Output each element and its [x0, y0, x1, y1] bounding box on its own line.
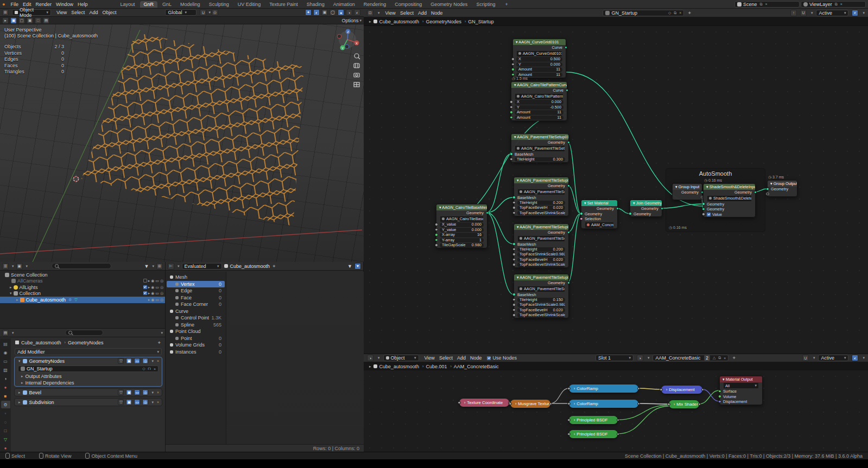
value-slider[interactable]: Y-0.500	[515, 105, 563, 110]
snapping-magnet-icon[interactable]: U	[802, 355, 809, 361]
socket-in[interactable]	[512, 242, 516, 246]
options-icon[interactable]: ▾	[161, 331, 163, 335]
menu-help[interactable]: Help	[75, 2, 90, 7]
socket-in[interactable]	[510, 158, 513, 161]
menu-view[interactable]: View	[383, 10, 398, 16]
expand-icon[interactable]: ›	[666, 388, 667, 392]
group-selector[interactable]: AAGN_PavementTileSetup03	[514, 235, 568, 242]
value-slider[interactable]: Amount11	[515, 110, 563, 115]
socket-out[interactable]	[617, 433, 620, 436]
shading-solid-icon[interactable]: ●	[338, 9, 344, 16]
orientation-dropdown[interactable]: Global▾	[165, 9, 197, 16]
group-select-field[interactable]: AAGN_CurveGrid0101	[516, 50, 562, 57]
shield-icon[interactable]: ◇	[668, 11, 671, 15]
use-nodes-checkbox[interactable]: Use Nodes	[487, 355, 517, 361]
group-select-field[interactable]: AAGN_PavementTileSetup03	[517, 235, 565, 242]
menu-node[interactable]: Node	[468, 355, 484, 361]
socket-in[interactable]	[510, 111, 513, 114]
expand-icon[interactable]: ›	[574, 387, 575, 390]
socket-in[interactable]	[580, 217, 583, 221]
checkbox-icon[interactable]	[143, 291, 147, 295]
editmode-toggle-icon[interactable]: ▣	[126, 399, 132, 405]
group-select-field[interactable]: AAGN_PavementTileSetup01	[515, 145, 565, 152]
properties-tab-output[interactable]: ▭	[1, 357, 10, 365]
socket-out[interactable]	[567, 184, 571, 188]
socket-out[interactable]	[701, 388, 705, 392]
node-musgrave-texture[interactable]: ›Musgrave Texture	[510, 400, 550, 408]
socket-in[interactable]	[435, 239, 438, 242]
display-mode-icon[interactable]: ▣	[16, 263, 23, 270]
close-icon[interactable]: ×	[157, 359, 159, 363]
socket-out[interactable]	[637, 402, 641, 406]
shield-icon[interactable]: ◇	[142, 367, 145, 371]
menu-add[interactable]: Add	[87, 10, 100, 15]
node-header[interactable]: ▾ Group Input	[673, 184, 702, 190]
menu-select[interactable]: Select	[437, 355, 455, 361]
tab-animation[interactable]: Animation	[330, 1, 359, 8]
value-slider[interactable]: Amount11	[515, 116, 563, 120]
overlay-toggle-icon[interactable]: ◐	[313, 9, 320, 16]
socket-in[interactable]	[512, 309, 516, 312]
cursor-icon[interactable]: ▸	[148, 285, 150, 290]
menu-view[interactable]: View	[422, 355, 437, 361]
select-invert-icon[interactable]: ▤	[43, 17, 49, 24]
socket-in[interactable]	[667, 403, 670, 406]
socket-out[interactable]	[565, 46, 568, 49]
shading-material-icon[interactable]: ◑	[346, 9, 352, 16]
socket-in[interactable]	[435, 243, 438, 247]
extras-dropdown-icon[interactable]: ▾	[151, 390, 154, 395]
socket-in[interactable]	[512, 253, 516, 256]
node-principled-bsdf-2[interactable]: ›Principled BSDF	[569, 430, 618, 438]
socket-in[interactable]	[567, 387, 571, 390]
menu-add[interactable]: Add	[416, 10, 429, 16]
socket-out[interactable]	[567, 281, 571, 285]
properties-search[interactable]	[65, 330, 103, 336]
properties-tab-physics[interactable]: ◌	[1, 418, 10, 426]
funnel-toggle-icon[interactable]: ▽	[118, 358, 124, 364]
render-toggle-icon[interactable]: ◎	[142, 399, 148, 405]
pin-icon[interactable]: ✦	[732, 355, 736, 361]
node-header[interactable]: ▾ AAGN_PavementTileSetup02	[514, 177, 568, 183]
filter-toggle-icon[interactable]: ▼	[354, 263, 361, 270]
value-slider[interactable]: X-array16	[440, 233, 484, 238]
group-selector[interactable]: AAGN_CurveGrid0101	[513, 50, 566, 57]
domain-mesh[interactable]: Mesh	[167, 274, 225, 281]
socket-out[interactable]	[567, 141, 571, 144]
row-toggles[interactable]: ▸◉▭◎	[143, 279, 165, 283]
expand-icon[interactable]: ›	[515, 402, 516, 406]
expand-icon[interactable]: ›	[574, 432, 575, 436]
expand-icon[interactable]: ›	[574, 402, 575, 406]
camera-icon[interactable]: ◎	[160, 279, 163, 283]
copy-icon[interactable]: ⧉	[760, 2, 763, 7]
socket-in[interactable]	[567, 402, 571, 406]
node-aagn-cairotilepatterncurve[interactable]: ◷ 1.5 ms▾ AAGN_CairoTilePatternCurveCurv…	[511, 81, 567, 121]
node-aagn-pavementtilesetup03[interactable]: ▾ AAGN_PavementTileSetup03GeometryAAGN_P…	[514, 223, 569, 268]
socket-in[interactable]	[512, 293, 516, 296]
node-aagn-cairotilebasemesh[interactable]: ▾ AAGN_CairoTileBaseMeshGeometryAAGN_Cai…	[436, 204, 487, 248]
node-texture-coordinate[interactable]: ›Texture Coordinate	[459, 399, 509, 407]
group-selector[interactable]: AAGN_PavementTileSetup02	[514, 189, 568, 195]
tab-scripting[interactable]: Scripting	[472, 1, 499, 8]
modifier-header[interactable]: ▸Bevel▽▣▭◎▾×	[15, 389, 162, 396]
close-icon[interactable]: ×	[724, 356, 726, 360]
editor-type-icon[interactable]: ⊡	[367, 10, 373, 16]
copy-icon[interactable]: ⮉	[148, 367, 151, 371]
properties-tab-modifiers[interactable]: ⚙	[1, 401, 10, 408]
extras-dropdown-icon[interactable]: ▾	[151, 359, 154, 363]
slot-dropdown[interactable]: Slot 1▾	[595, 355, 633, 361]
socket-in[interactable]	[567, 419, 571, 422]
properties-tab-constraints[interactable]: □	[1, 427, 10, 434]
outliner-row-cube-autosmooth[interactable]: ▸Cube_autosmooth⚙▽▸◉▭◎	[0, 297, 165, 303]
value-slider[interactable]: TopFaceShrinkScale0.980	[517, 303, 565, 307]
menu-view[interactable]: View	[54, 10, 69, 15]
modifier-header[interactable]: ▾GeometryNodes▽▣▭◎▾×	[15, 357, 162, 364]
breadcrumb-item[interactable]: AAM_ConcreteBasic	[454, 364, 499, 369]
value-slider[interactable]: X_value0.000	[440, 222, 484, 227]
node-header[interactable]: ▾ AAGN_PavementTileSetup04	[514, 274, 568, 280]
group-select-field[interactable]: AAGN_PavementTileSetup02	[517, 189, 565, 195]
socket-in[interactable]	[512, 258, 516, 261]
tab-layout[interactable]: Layout	[117, 1, 139, 8]
tab-shading[interactable]: Shading	[303, 1, 328, 8]
domain-control-point[interactable]: Control Point1.3K	[167, 315, 225, 322]
menu-node[interactable]: Node	[429, 10, 445, 16]
